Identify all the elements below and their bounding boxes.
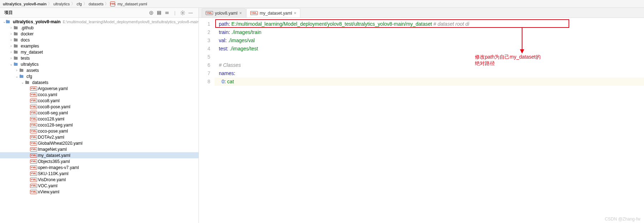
tree-row[interactable]: YML coco128.yaml — [0, 116, 198, 122]
close-icon[interactable]: × — [239, 11, 242, 16]
tree-row[interactable]: YML VOC.yaml — [0, 183, 198, 189]
editor-body[interactable]: 12345678 path: E:/multimodal_learning/Mo… — [199, 18, 644, 223]
line-number: 7 — [199, 69, 210, 78]
tree-label: open-images-v7.yaml — [38, 165, 79, 170]
tree-row[interactable]: YML SKU-110K.yaml — [0, 170, 198, 177]
code-area[interactable]: path: E:/multimodal_learning/Model_deplo… — [215, 18, 644, 223]
tree-label: assets — [26, 68, 39, 73]
tree-row[interactable]: YML Argoverse.yaml — [0, 85, 198, 91]
line-number: 4 — [199, 45, 210, 53]
yaml-file-icon: YML — [31, 147, 36, 152]
breadcrumb: ultralytics_yolov8-main 〉 ultralytics 〉 … — [3, 1, 147, 6]
code-line[interactable]: 0: cat — [215, 78, 644, 86]
chevron-down-icon[interactable]: ⌄ — [9, 62, 14, 66]
tree-label: docs — [21, 38, 30, 43]
tree-row[interactable]: YML open-images-v7.yaml — [0, 164, 198, 170]
chevron-right-icon[interactable]: › — [9, 26, 14, 30]
project-tree[interactable]: ⌄ ultralytics_yolov8-main E:\multimodal_… — [0, 18, 198, 223]
tree-row[interactable]: ⌄ ultralytics — [0, 61, 198, 67]
code-line[interactable]: path: E:/multimodal_learning/Model_deplo… — [215, 20, 644, 28]
tree-label: coco.yaml — [38, 92, 57, 97]
tree-row[interactable]: YML xView.yaml — [0, 189, 198, 195]
folder-icon — [19, 68, 25, 73]
breadcrumb-part[interactable]: ultralytics — [53, 2, 70, 6]
yaml-file-icon: YML — [31, 111, 36, 115]
tree-row[interactable]: YML coco8-seg.yaml — [0, 110, 198, 116]
collapse-icon[interactable] — [156, 9, 163, 16]
tree-row[interactable]: YML coco.yaml — [0, 91, 198, 98]
close-icon[interactable]: × — [294, 11, 296, 16]
code-line[interactable]: # Classes — [215, 61, 644, 69]
yaml-file-icon: YML — [31, 105, 36, 109]
annotation-line: 修改path为自己my_dataset的 — [475, 54, 541, 60]
tree-label: VisDrone.yaml — [38, 177, 66, 182]
chevron-down-icon[interactable]: ⌄ — [20, 80, 25, 84]
folder-icon — [25, 80, 31, 85]
tree-row[interactable]: › examples — [0, 43, 198, 49]
yaml-file-icon: YML — [31, 123, 36, 127]
tree-row[interactable]: YML GlobalWheat2020.yaml — [0, 140, 198, 146]
tree-row[interactable]: › .github — [0, 25, 198, 31]
code-line[interactable] — [215, 53, 644, 61]
tab-label: yolov8.yaml — [215, 11, 237, 16]
folder-icon — [14, 25, 19, 30]
tree-label: .github — [21, 25, 34, 30]
chevron-right-icon: 〉 — [105, 1, 109, 6]
tree-row[interactable]: ⌄ cfg — [0, 73, 198, 79]
svg-rect-4 — [157, 14, 161, 14]
breadcrumb-project[interactable]: ultralytics_yolov8-main — [3, 2, 46, 6]
svg-point-1 — [151, 12, 152, 14]
breadcrumb-part[interactable]: datasets — [89, 2, 104, 6]
tree-label: DOTAv2.yaml — [38, 135, 64, 140]
settings-icon[interactable] — [179, 9, 186, 16]
tree-row[interactable]: › docker — [0, 31, 198, 37]
code-line[interactable]: names: — [215, 69, 644, 78]
tree-label: GlobalWheat2020.yaml — [38, 141, 83, 146]
tree-row[interactable]: ⌄ ultralytics_yolov8-main E:\multimodal_… — [0, 19, 198, 25]
expand-icon[interactable] — [163, 9, 171, 16]
tree-label: VOC.yaml — [38, 183, 58, 188]
tree-row[interactable]: YML coco-pose.yaml — [0, 128, 198, 134]
breadcrumb-file[interactable]: my_dataset.yaml — [117, 2, 147, 6]
tree-row[interactable]: › tests — [0, 55, 198, 61]
tree-row[interactable]: YML coco8-pose.yaml — [0, 104, 198, 110]
yaml-file-icon: YML — [250, 11, 258, 15]
svg-rect-3 — [157, 12, 161, 13]
tree-row[interactable]: YML coco8.yaml — [0, 98, 198, 104]
watermark: CSDN @Zhang-fw — [605, 217, 640, 222]
chevron-right-icon[interactable]: › — [9, 32, 14, 36]
tree-row[interactable]: YML ImageNet.yaml — [0, 146, 198, 152]
chevron-down-icon[interactable]: ⌄ — [14, 74, 19, 78]
tree-row[interactable]: ⌄ datasets — [0, 79, 198, 85]
editor-tab[interactable]: YML my_dataset.yaml × — [246, 8, 300, 18]
code-line[interactable]: train: ./images/train — [215, 28, 644, 36]
code-line[interactable]: val: ./images/val — [215, 36, 644, 45]
tree-row[interactable]: › assets — [0, 67, 198, 73]
tree-label: ImageNet.yaml — [38, 147, 67, 152]
yaml-file-icon: YML — [31, 117, 36, 121]
tree-label: my_dataset.yaml — [38, 153, 70, 158]
breadcrumb-part[interactable]: cfg — [77, 2, 82, 6]
tree-row[interactable]: › my_dataset — [0, 49, 198, 55]
tree-row[interactable]: YML Objects365.yaml — [0, 158, 198, 164]
chevron-right-icon[interactable]: › — [9, 38, 14, 42]
tree-row[interactable]: YML DOTAv2.yaml — [0, 134, 198, 140]
code-line[interactable]: test: ./images/test — [215, 45, 644, 53]
chevron-right-icon[interactable]: › — [9, 56, 14, 60]
tree-row[interactable]: YML coco128-seg.yaml — [0, 122, 198, 128]
tree-row[interactable]: › docs — [0, 37, 198, 43]
tree-row[interactable]: YML my_dataset.yaml — [0, 152, 198, 158]
yaml-file-icon: YML — [31, 165, 36, 170]
yaml-file-icon: YML — [31, 153, 36, 158]
tree-label: SKU-110K.yaml — [38, 171, 68, 176]
chevron-right-icon[interactable]: › — [9, 50, 14, 54]
chevron-right-icon: 〉 — [71, 1, 75, 6]
hide-icon[interactable]: — — [187, 9, 194, 16]
target-icon[interactable] — [148, 9, 155, 16]
annotation-text: 修改path为自己my_dataset的 绝对路径 — [475, 54, 541, 66]
chevron-right-icon[interactable]: › — [14, 68, 19, 72]
chevron-right-icon[interactable]: › — [9, 44, 14, 48]
yaml-file-icon: YML — [31, 184, 36, 188]
editor-tab[interactable]: YML yolov8.yaml × — [202, 8, 246, 18]
tree-row[interactable]: YML VisDrone.yaml — [0, 177, 198, 183]
